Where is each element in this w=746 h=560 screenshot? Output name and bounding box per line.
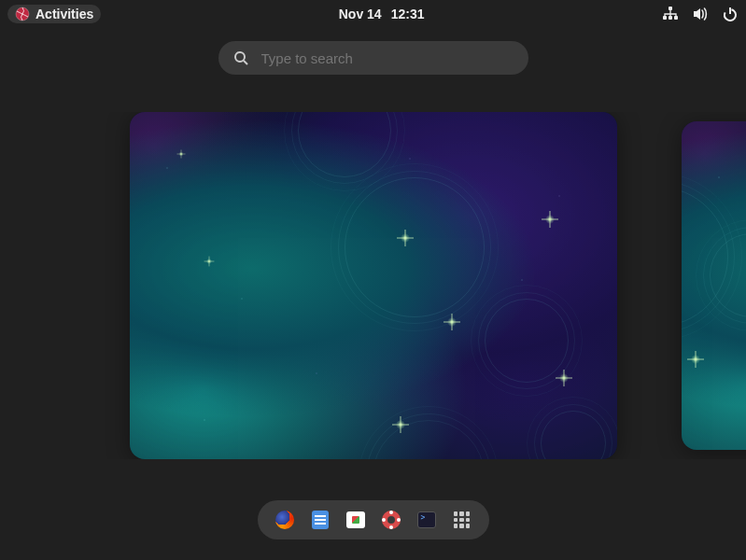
dock-item-firefox[interactable] [274, 510, 295, 530]
svg-rect-5 [674, 16, 678, 20]
svg-line-9 [244, 61, 247, 64]
activities-button[interactable]: Activities [7, 5, 101, 23]
search-input[interactable] [261, 50, 514, 66]
wallpaper [130, 112, 617, 459]
dock-item-help[interactable] [381, 510, 401, 530]
date-label: Nov 14 [339, 7, 382, 21]
dock-item-software[interactable] [345, 510, 366, 530]
system-status-area[interactable] [662, 6, 739, 22]
svg-rect-4 [669, 16, 672, 20]
clock[interactable]: Nov 14 12:31 [339, 7, 425, 21]
volume-icon[interactable] [692, 6, 709, 22]
svg-rect-2 [669, 7, 672, 10]
power-icon[interactable] [722, 6, 739, 22]
activities-label: Activities [35, 7, 93, 21]
svg-rect-3 [663, 16, 667, 20]
top-bar: Activities Nov 14 12:31 [0, 0, 746, 28]
terminal-icon [417, 511, 436, 528]
workspace-thumbnail-1[interactable] [130, 112, 617, 459]
search-icon [233, 50, 248, 65]
search-row [0, 41, 746, 75]
search-bar[interactable] [218, 41, 528, 75]
svg-point-8 [235, 52, 245, 62]
dock-item-terminal[interactable] [416, 510, 437, 530]
dock-item-files[interactable] [310, 510, 331, 530]
wallpaper [682, 121, 746, 450]
grid-icon [454, 511, 471, 528]
help-icon [382, 511, 401, 529]
dash [258, 500, 489, 539]
workspace-overview [0, 112, 746, 459]
dock-item-show-applications[interactable] [452, 510, 472, 530]
network-icon[interactable] [662, 6, 679, 22]
firefox-icon [275, 511, 294, 529]
time-label: 12:31 [391, 7, 425, 21]
files-icon [312, 511, 329, 529]
workspace-thumbnail-2[interactable] [682, 121, 746, 450]
activities-logo-icon [15, 7, 30, 21]
software-icon [346, 511, 365, 528]
